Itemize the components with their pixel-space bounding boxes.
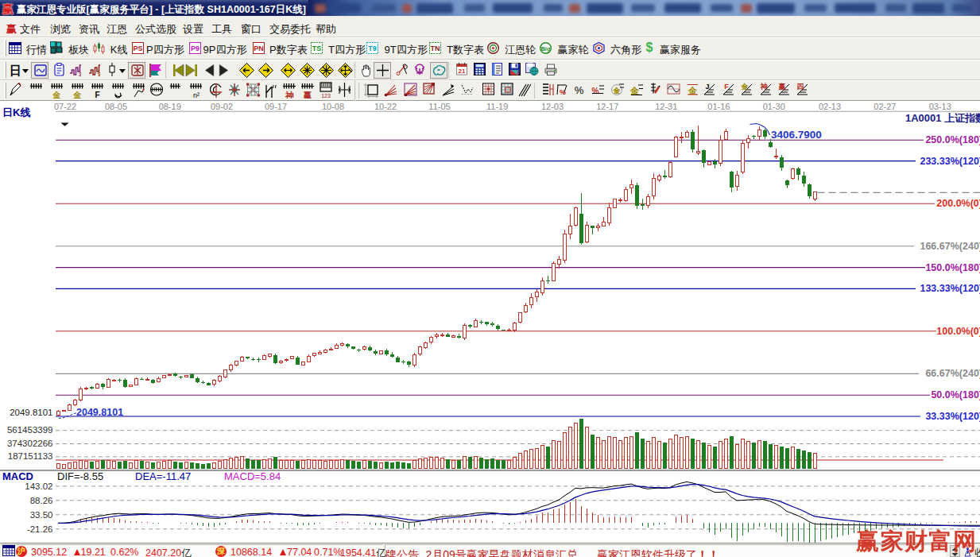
- svg-text:10-22: 10-22: [374, 102, 397, 111]
- svg-text:03-13: 03-13: [929, 102, 951, 111]
- svg-text:01-16: 01-16: [707, 102, 730, 111]
- svg-text:2049.8101: 2049.8101: [76, 407, 123, 418]
- svg-text:143.02: 143.02: [25, 482, 52, 491]
- svg-text:11-05: 11-05: [428, 102, 450, 111]
- svg-text:11-19: 11-19: [486, 102, 508, 111]
- svg-text:-21.26: -21.26: [27, 524, 53, 534]
- svg-text:250.0%(180): 250.0%(180): [925, 134, 980, 145]
- svg-text:133.33%(120): 133.33%(120): [920, 283, 980, 294]
- svg-text:12-31: 12-31: [655, 102, 677, 111]
- svg-text:DEA=-11.47: DEA=-11.47: [135, 470, 191, 482]
- svg-text:3406.7900: 3406.7900: [771, 129, 822, 141]
- svg-text:66.67%(240): 66.67%(240): [925, 368, 980, 379]
- svg-text:01-30: 01-30: [763, 102, 785, 111]
- svg-text:100.0%(0): 100.0%(0): [936, 326, 980, 337]
- svg-text:07-22: 07-22: [54, 102, 76, 111]
- svg-text:200.0%(0): 200.0%(0): [936, 198, 980, 209]
- svg-text:1A0001 上证指数: 1A0001 上证指数: [905, 112, 980, 124]
- svg-text:10-08: 10-08: [322, 102, 344, 111]
- svg-text:赢家财富网: 赢家财富网: [855, 528, 978, 554]
- svg-text:88.26: 88.26: [30, 496, 53, 505]
- svg-text:02-13: 02-13: [819, 102, 841, 111]
- svg-text:日K线: 日K线: [2, 106, 30, 118]
- svg-text:08-19: 08-19: [159, 102, 181, 111]
- svg-text:561453399: 561453399: [7, 425, 53, 435]
- svg-text:2049.8101: 2049.8101: [10, 408, 52, 417]
- svg-text:09-17: 09-17: [265, 102, 287, 111]
- svg-text:08-05: 08-05: [105, 102, 127, 111]
- svg-text:374302266: 374302266: [7, 439, 53, 448]
- svg-text:33.50: 33.50: [30, 510, 53, 520]
- svg-text:150.0%(180): 150.0%(180): [925, 262, 980, 273]
- svg-text:233.33%(120): 233.33%(120): [920, 156, 980, 167]
- svg-text:02-27: 02-27: [873, 102, 896, 111]
- svg-text:187151133: 187151133: [8, 451, 53, 461]
- svg-text:33.33%(120): 33.33%(120): [925, 411, 980, 422]
- svg-text:12-17: 12-17: [596, 102, 618, 111]
- svg-text:DIF=-8.55: DIF=-8.55: [57, 470, 103, 482]
- svg-text:50.0%(180): 50.0%(180): [931, 389, 980, 400]
- svg-text:12-03: 12-03: [541, 102, 564, 111]
- svg-text:166.67%(240): 166.67%(240): [920, 241, 980, 252]
- svg-text:MACD=5.84: MACD=5.84: [224, 470, 281, 482]
- svg-text:09-02: 09-02: [211, 102, 233, 111]
